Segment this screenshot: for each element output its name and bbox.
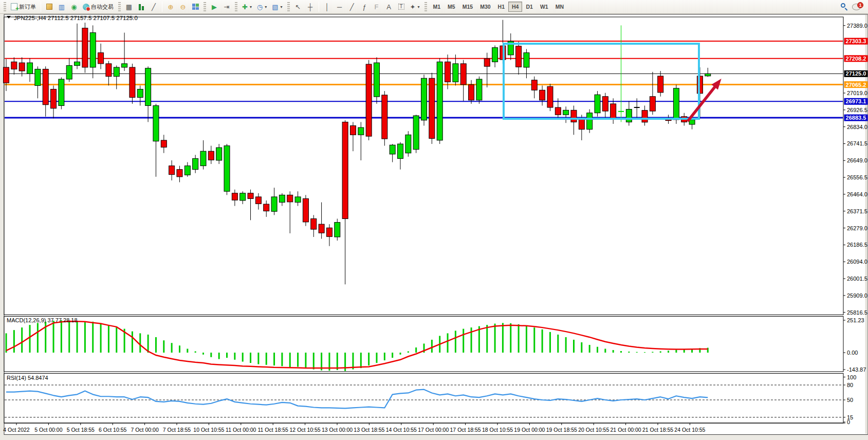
- time-label: 6 Oct 10:55: [99, 427, 126, 433]
- indicators-button[interactable]: ✚ ▾: [240, 1, 254, 12]
- horizontal-line-button[interactable]: ─: [334, 1, 345, 12]
- fibonacci-icon: ƒ: [362, 4, 366, 10]
- search-icon[interactable]: [841, 3, 848, 10]
- rsi-tick-100: 100: [847, 374, 856, 380]
- toolbar-drag-handle[interactable]: [118, 2, 121, 11]
- chevron-down-icon: ▾: [281, 5, 283, 9]
- new-order-label: 新订单: [19, 3, 36, 11]
- auto-trading-icon: [83, 4, 89, 10]
- time-label: 17 Oct 18:55: [450, 427, 481, 433]
- signal-icon: ◉: [71, 4, 77, 10]
- svg-text:27065.2: 27065.2: [846, 82, 866, 88]
- rsi-label: RSI(14) 54.8474: [7, 375, 48, 381]
- separator: [319, 2, 319, 12]
- navigator-button[interactable]: ◉: [68, 1, 80, 12]
- svg-text:26883.5: 26883.5: [846, 115, 866, 121]
- chat-icon[interactable]: 1: [852, 4, 861, 10]
- price-tick-27389.0: 27389.0: [847, 23, 867, 29]
- rsi-tick-80: 80: [847, 382, 853, 388]
- tile-windows-button[interactable]: [190, 1, 201, 12]
- timeframe-m5[interactable]: M5: [444, 2, 459, 12]
- terminal-button[interactable]: ▥: [56, 1, 67, 12]
- zoom-in-button[interactable]: ⊕: [165, 1, 176, 12]
- toolbar-drag-handle[interactable]: [287, 2, 290, 11]
- new-order-button[interactable]: 新订单: [9, 1, 38, 12]
- auto-scroll-button[interactable]: ▶: [209, 1, 220, 12]
- time-label: 13 Oct 00:00: [322, 427, 353, 433]
- candle-chart-button[interactable]: [136, 1, 147, 12]
- rsi-tick-0: 0: [847, 419, 850, 425]
- svg-text:27303.3: 27303.3: [846, 38, 866, 44]
- vertical-line-icon: │: [325, 4, 329, 10]
- price-tick-26741.5: 26741.5: [847, 140, 867, 146]
- tile-windows-icon: [192, 4, 199, 10]
- templates-icon: ▧: [272, 4, 278, 10]
- time-label: 10 Oct 10:55: [193, 427, 224, 433]
- trendline-button[interactable]: ╱: [346, 1, 358, 12]
- svg-text:27208.2: 27208.2: [846, 56, 866, 62]
- svg-text:27125.0: 27125.0: [846, 70, 866, 77]
- timeframe-m15[interactable]: M15: [459, 2, 476, 12]
- toolbar-drag-handle[interactable]: [235, 2, 237, 11]
- price-tick-27019.0: 27019.0: [847, 90, 867, 96]
- separator: [41, 2, 41, 12]
- chart-canvas[interactable]: 27389.027019.026926.526834.026741.526649…: [0, 14, 868, 440]
- zoom-in-icon: ⊕: [168, 4, 174, 10]
- toolbar-drag-handle[interactable]: [4, 2, 6, 11]
- chart-shift-button[interactable]: ⇥: [221, 1, 232, 12]
- timeframe-m30[interactable]: M30: [476, 2, 494, 12]
- text-label-icon: T: [398, 4, 404, 10]
- market-watch-button[interactable]: [44, 1, 55, 12]
- indicators-icon: ✚: [242, 4, 248, 10]
- crosshair-button[interactable]: ┼: [305, 1, 316, 12]
- auto-trading-button[interactable]: 自动交易: [81, 1, 116, 12]
- timeframe-w1[interactable]: W1: [537, 2, 552, 12]
- cursor-icon: ↖: [295, 4, 301, 10]
- line-chart-button[interactable]: ╱: [148, 1, 159, 12]
- toolbar-drag-handle[interactable]: [204, 2, 206, 11]
- line-chart-icon: ╱: [152, 4, 156, 10]
- shapes-button[interactable]: ✦ ▾: [408, 1, 422, 12]
- time-label: 13 Oct 18:55: [354, 427, 384, 433]
- price-tick-26371.5: 26371.5: [847, 208, 867, 214]
- timeframe-h1[interactable]: H1: [494, 2, 508, 12]
- macd-tick-251.23: 251.23: [847, 317, 864, 323]
- shapes-icon: ✦: [410, 4, 416, 10]
- templates-button[interactable]: ▧ ▾: [270, 1, 284, 12]
- chevron-down-icon: ▾: [265, 5, 267, 9]
- time-label: 11 Oct 00:00: [226, 427, 256, 433]
- text-button[interactable]: A: [383, 1, 395, 12]
- toolbar-right-group: 1: [841, 3, 866, 10]
- chart-window[interactable]: 27389.027019.026926.526834.026741.526649…: [0, 14, 868, 440]
- periods-button[interactable]: ◷ ▾: [255, 1, 269, 12]
- price-tick-25816.5: 25816.5: [847, 309, 867, 316]
- text-label-button[interactable]: T: [396, 1, 407, 12]
- time-label: 21 Oct 18:55: [642, 427, 673, 433]
- zoom-out-button[interactable]: ⊖: [177, 1, 189, 12]
- time-label: 21 Oct 00:00: [611, 427, 641, 433]
- fibonacci-button[interactable]: ƒ: [359, 1, 370, 12]
- macd-tick--143.87: -143.87: [847, 366, 866, 373]
- channel-button[interactable]: F: [371, 1, 382, 12]
- crosshair-icon: ┼: [308, 4, 312, 10]
- macd-tick-0.00: 0.00: [847, 350, 858, 356]
- time-label: 18 Oct 10:55: [482, 427, 513, 433]
- timeframe-m1[interactable]: M1: [430, 2, 445, 12]
- timeframe-d1[interactable]: D1: [522, 2, 536, 12]
- cursor-button[interactable]: ↖: [292, 1, 304, 12]
- bar-chart-button[interactable]: ▦: [123, 1, 135, 12]
- channel-icon: F: [375, 4, 379, 10]
- time-label: 14 Oct 10:55: [386, 427, 417, 433]
- timeframe-h4[interactable]: H4: [508, 2, 522, 12]
- chevron-down-icon: ▾: [418, 5, 420, 9]
- macd-label: MACD(12,26,9) 37.77 28.18: [7, 317, 78, 323]
- terminal-icon: ▥: [59, 4, 65, 10]
- toolbar-drag-handle[interactable]: [424, 2, 427, 11]
- clock-icon: ◷: [257, 4, 263, 10]
- timeframe-group: M1M5M15M30H1H4D1W1MN: [430, 2, 567, 12]
- horizontal-line-icon: ─: [337, 4, 342, 10]
- time-label: 5 Oct 18:55: [67, 427, 95, 433]
- time-label: 12 Oct 10:55: [290, 427, 321, 433]
- vertical-line-button[interactable]: │: [322, 1, 333, 12]
- timeframe-mn[interactable]: MN: [552, 2, 567, 12]
